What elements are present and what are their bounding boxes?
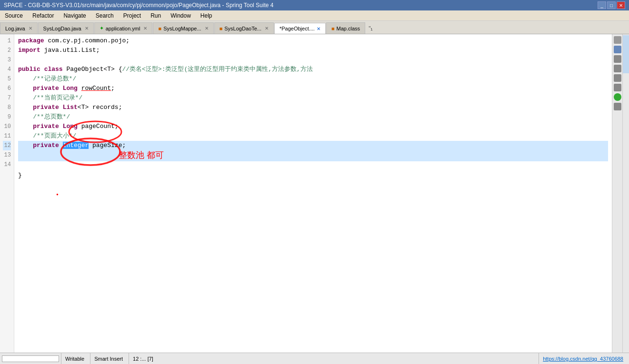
tab-icon: ■ [220,26,223,31]
line-num: 3 [3,55,11,65]
tab-close-icon[interactable]: ✕ [29,26,32,31]
sidebar-icon-2[interactable] [614,46,621,53]
code-line-1: package com.cy.pj.common.pojo; [18,36,608,46]
line-num: 13 [3,150,11,160]
tab-label: SysLogDao.java [43,26,81,31]
tab-label: SysLogDaoTe... [224,26,261,31]
sidebar-icon-green[interactable] [614,93,621,101]
scroll-thumb[interactable] [623,35,629,73]
menu-project[interactable]: Project [119,10,146,20]
tab-icon: ■ [331,26,335,31]
status-insert-mode: Smart Insert [90,353,127,364]
line-num: 5 [3,74,11,84]
tab-map-class[interactable]: ■ Map.class [326,22,365,34]
menu-help[interactable]: Help [196,10,217,20]
line-num: 6 [3,84,11,93]
menu-search[interactable]: Search [91,10,119,20]
line-num: 4 [3,65,11,74]
tab-close-icon[interactable]: ✕ [143,26,147,31]
title-bar: SPACE - CGB-DB-SYS-V3.01/src/main/java/c… [0,0,629,10]
code-line-11: /**页面大小*/ [18,131,608,141]
tab-syslogmappe[interactable]: ■ SysLogMappe... ✕ [153,22,213,34]
tab-close-icon[interactable]: ✕ [265,26,269,31]
tab-label: SysLogMappe... [163,26,201,31]
tab-close-icon[interactable]: ✕ [205,26,209,31]
tab-active-icon: ✕ [317,26,320,31]
window-controls: _ □ ✕ [598,1,625,9]
dot-marker: ● [56,190,608,199]
tab-label: Map.class [337,26,360,31]
line-num: 8 [3,103,11,112]
code-line-3 [18,55,608,65]
tab-label: *PageObject.... [280,26,315,31]
menu-navigate[interactable]: Navigate [59,10,90,20]
code-line-10: private Long pageCount; [18,122,608,131]
line-num: 12 [3,141,11,150]
status-bar: Writable Smart Insert 12 :... [7] https:… [0,353,629,364]
sidebar-icon-4[interactable] [614,65,621,72]
code-line-9: /**总页数*/ [18,112,608,122]
line-num: 10 [3,122,11,131]
right-sidebar [612,34,622,353]
line-num: 2 [3,46,11,55]
menu-run[interactable]: Run [146,10,166,20]
code-line-5: /**记录总数*/ [18,74,608,84]
progress-bar [2,355,59,362]
tab-log-java[interactable]: Log.java ✕ [0,22,38,34]
code-line-14: } [18,171,608,180]
code-line-8: private List<T> records; [18,103,608,112]
menu-refactor[interactable]: Refactor [28,10,59,20]
line-num: 1 [3,36,11,46]
code-line-7: /**当前页记录*/ [18,93,608,103]
menu-window[interactable]: Window [166,10,196,20]
menu-source[interactable]: Source [0,10,28,20]
sidebar-icon-5[interactable] [614,74,621,82]
tab-bar: Log.java ✕ SysLogDao.java ✕ ✦ applicatio… [0,21,629,34]
line-num: 7 [3,93,11,103]
tab-syslogdao-java[interactable]: SysLogDao.java ✕ [38,22,94,34]
maximize-button[interactable]: □ [607,1,616,9]
status-link[interactable]: https://blog.csdn.net/qq_43760688 [539,353,627,364]
line-num: 11 [3,131,11,141]
code-line-2: import java.util.List; [18,46,608,55]
tab-modified-icon: ✦ [100,25,104,31]
menu-bar: Source Refactor Navigate Search Project … [0,10,629,21]
status-writable: Writable [61,353,88,364]
minimize-button[interactable]: _ [598,1,606,9]
sidebar-icon-7[interactable] [614,103,621,110]
code-line-6: private Long rowCount; [18,84,608,93]
editor-area: 1 2 3 4 5 6 7 8 9 10 11 12 13 14 package… [0,34,629,353]
tab-overflow[interactable]: "₁ [366,23,376,34]
tab-syslogdaote[interactable]: ■ SysLogDaoTe... ✕ [214,22,274,34]
code-line-4: public class PageObject<T> {//类名<泛型>:类泛型… [18,65,608,74]
status-position: 12 :... [7] [129,353,157,364]
line-num: 14 [3,160,11,169]
close-button[interactable]: ✕ [617,1,625,9]
sidebar-icon-3[interactable] [614,55,621,63]
sidebar-icon-6[interactable] [614,84,621,91]
tab-label: application.yml [106,26,140,31]
code-line-13 [18,161,608,171]
tab-icon: ■ [158,26,161,31]
code-editor[interactable]: package com.cy.pj.common.pojo; import ja… [14,34,612,353]
tab-close-icon[interactable]: ✕ [85,26,89,31]
window-title: SPACE - CGB-DB-SYS-V3.01/src/main/java/c… [4,2,273,9]
tab-application-yml[interactable]: ✦ application.yml ✕ [94,22,153,34]
tab-pageobject-active[interactable]: *PageObject.... ✕ [274,23,326,34]
line-num: 9 [3,112,11,122]
code-line-12: private Integer pageSize; 整数池 都可 [18,141,608,161]
sidebar-icon-1[interactable] [614,36,621,44]
tab-label: Log.java [5,26,25,31]
vertical-scrollbar[interactable] [622,34,629,353]
line-numbers: 1 2 3 4 5 6 7 8 9 10 11 12 13 14 [0,34,14,353]
